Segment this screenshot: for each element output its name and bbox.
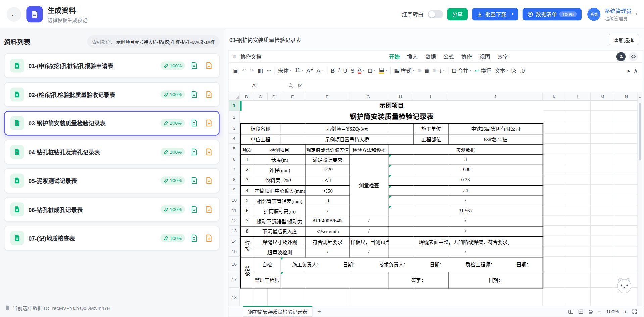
doc-cell[interactable]: 1220 [306,165,350,175]
row-header-15[interactable]: 15 [229,246,240,257]
fill-color-button[interactable]: ▤▾ [379,67,387,74]
row-header-14[interactable]: 14 [229,236,240,247]
decimal-format-icon[interactable]: .0 [520,67,525,73]
doc-cell[interactable]: 单位工程 [240,134,281,144]
preview-doc-button[interactable] [189,175,200,186]
doc-cell[interactable]: 检验方法和频率 [350,144,389,155]
batch-download-button[interactable]: 批量下载 ▾ [472,8,518,20]
fx-button[interactable]: fx [298,82,301,89]
back-button[interactable]: ← [7,7,21,21]
add-sheet-button[interactable]: + [317,308,321,315]
align-right-icon[interactable]: ≡ [432,67,436,73]
document-card[interactable]: 02-(检)钻孔检验批质量验收记录表 100% [4,82,220,107]
column-header-C[interactable]: C [253,92,268,100]
preview-doc-button[interactable] [189,204,200,215]
doc-cell[interactable]: 8 [240,226,254,236]
sheet-tab[interactable]: 钢护筒安装质量检验记录表 [243,306,312,317]
redo-icon[interactable]: ↷ [250,67,254,73]
doc-cell[interactable]: ＜50 [306,185,350,196]
visibility-icon[interactable] [629,52,638,61]
bold-button[interactable]: B [331,67,335,73]
user-menu-chevron-icon[interactable]: ▾ [636,12,638,16]
row-header-17[interactable]: 17 [229,271,240,288]
more-tools-icon[interactable]: ▸ [628,67,631,73]
percent-format-icon[interactable]: % [511,67,516,73]
column-header-N[interactable]: N [614,92,638,100]
doc-cell[interactable]: / [306,206,350,216]
doc-cell[interactable]: 检测项目 [254,144,305,155]
number-format-select[interactable]: 文本▾ [495,66,508,74]
doc-cell[interactable]: 实测数据 [389,144,543,155]
row-header-10[interactable]: 10 [229,195,240,205]
doc-cell[interactable]: 结论 [240,257,254,288]
download-doc-button[interactable] [204,204,214,215]
doc-cell[interactable]: 3 [389,154,543,165]
undo-icon[interactable]: ↶ [242,67,246,73]
doc-cell[interactable]: 标段名称 [240,123,281,134]
save-icon[interactable]: ▣ [233,67,238,73]
doc-cell[interactable]: 工程部位 [413,134,448,144]
collapse-toolbar-icon[interactable]: ∧ [634,67,638,73]
red-to-white-toggle[interactable] [428,10,443,18]
increase-font-icon[interactable]: A⁺ [306,67,313,73]
panes-icon[interactable] [568,309,574,314]
doc-cell[interactable]: 68#墩-1#桩 [449,134,543,144]
doc-cell[interactable]: 0.23 [389,175,543,185]
row-header-4[interactable]: 4 [229,134,240,144]
account-icon[interactable] [616,52,626,61]
doc-cell[interactable]: 3 [240,175,254,185]
doc-cell[interactable]: 超声波检测 [254,247,305,257]
row-header-7[interactable]: 7 [229,164,240,175]
doc-cell[interactable]: 振动下沉锤型/振动力 [254,216,305,226]
doc-cell[interactable]: / [306,247,350,257]
doc-cell[interactable]: ＜5cm/min [306,226,350,236]
menu-tab-视图[interactable]: 视图 [480,53,490,60]
column-header-F[interactable]: F [305,92,349,100]
download-doc-button[interactable] [204,233,214,244]
doc-cell[interactable]: / [389,247,543,257]
column-header-H[interactable]: H [388,92,413,100]
doc-cell[interactable]: 34 [389,185,543,196]
document-card[interactable]: 05-泥浆测试记录表 100% [4,168,220,193]
doc-cell[interactable]: 施工负责人：日期：技术负责人：日期：质检工程师：日期： [281,257,543,272]
vertical-scrollbar[interactable] [637,101,642,306]
reselect-button[interactable]: 重新选择 [609,34,639,45]
zoom-in-button[interactable]: + [624,308,627,315]
merge-cells-button[interactable]: ⊟合并▾ [452,66,471,74]
data-list-button[interactable]: 数据清单 100% [523,8,582,20]
doc-cell[interactable]: ＜1 [306,175,350,185]
menu-tab-开始[interactable]: 开始 [389,53,400,60]
sheet-cells[interactable]: 示例项目 钢护筒安装质量检验记录表 标段名称示例项目YSZQ-3标施工单位中铁2… [240,101,638,306]
row-header-11[interactable]: 11 [229,205,240,216]
preview-doc-button[interactable] [189,60,200,71]
doc-cell[interactable]: 监理工程师 [254,272,281,288]
row-header-9[interactable]: 9 [229,185,240,195]
doc-cell[interactable]: 焊缝表面平整，无凹陷或焊瘤，符合要求。 [389,236,543,247]
document-card[interactable]: 07-(记)地质核查表 100% [4,226,220,250]
doc-cell[interactable]: 外径(mm) [254,165,305,175]
zoom-level[interactable]: 100% [606,309,619,314]
doc-cell[interactable]: / [389,226,543,236]
doc-cell[interactable]: 焊缝尺寸及外观 [254,236,305,247]
doc-cell[interactable]: 符合规程要求 [306,236,350,247]
document-card[interactable]: 06-钻孔桩成孔记录表 100% [4,197,220,221]
fullscreen-icon[interactable] [632,309,637,314]
cell-reference-box[interactable]: A1 [229,78,282,92]
doc-cell[interactable]: 施工单位 [413,123,448,134]
doc-cell[interactable]: 护筒底标高(m) [254,206,305,216]
doc-cell[interactable]: / [389,196,543,206]
cell-styles-button[interactable]: ▦样式▾ [394,66,414,74]
doc-cell[interactable]: 签字： [389,272,449,288]
download-doc-button[interactable] [204,89,214,100]
italic-button[interactable]: I [338,67,340,73]
doc-cell[interactable]: 测量检查 [350,154,389,216]
doc-cell[interactable]: / [350,216,389,226]
document-card[interactable]: 01-(申)钻(挖)孔桩钻孔报验申请表 100% [4,53,220,78]
doc-cell[interactable]: 示例项目壹号特大桥 [281,134,414,144]
font-family-select[interactable]: 宋体▾ [278,66,291,74]
doc-cell[interactable]: 满足设计要求 [306,154,350,165]
doc-cell[interactable]: 项次 [240,144,254,155]
doc-cell[interactable]: 倾斜度（%） [254,175,305,185]
doc-cell[interactable]: 示例项目YSZQ-3标 [281,123,414,134]
font-size-select[interactable]: 11▾ [295,67,303,73]
